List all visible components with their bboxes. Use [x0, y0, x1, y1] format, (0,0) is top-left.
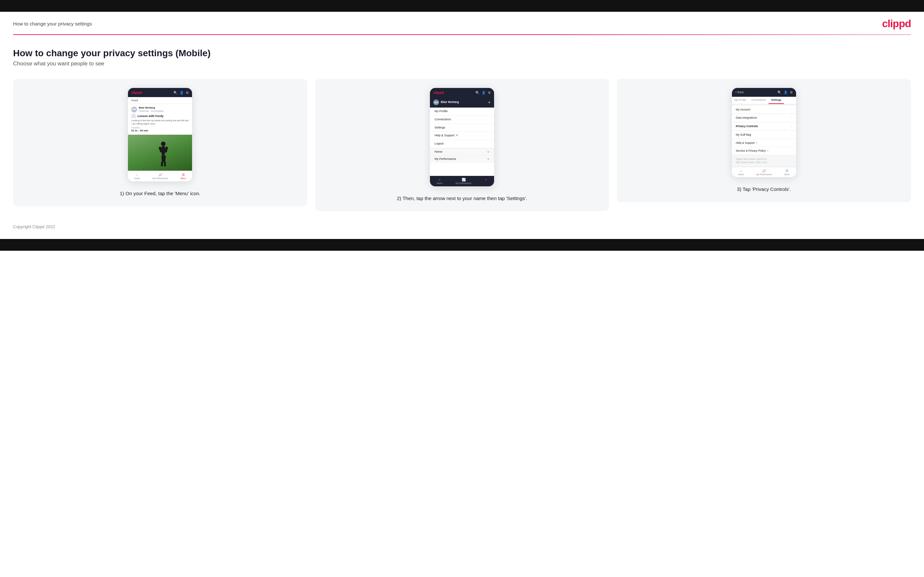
settings-icon: ⚙ — [186, 90, 189, 95]
feed-username: Blair McHarg — [139, 106, 163, 110]
menu-user-row: BM Blair McHarg ▲ — [430, 97, 494, 108]
tab-my-profile[interactable]: My Profile — [732, 97, 749, 104]
settings-tabs: My Profile Connections Settings — [732, 97, 796, 104]
steps-container: clippd 🔍 👤 ⚙ Feed BM Blair McHarg — [13, 79, 911, 211]
phone-mockup-2: clippd 🔍 👤 ⚙ BM Blair McHarg ▲ — [430, 88, 494, 186]
settings-item-privacy-controls[interactable]: Privacy Controls › — [732, 122, 796, 131]
menu-section-home: Home ∨ — [430, 148, 494, 156]
user-icon-2: 👤 — [481, 90, 486, 95]
page-subheading: Choose what you want people to see — [13, 60, 911, 67]
feed-post: BM Blair McHarg Yesterday · Sunningdale … — [128, 104, 192, 135]
step-caption-3: 3) Tap 'Privacy Controls'. — [737, 186, 791, 193]
home-icon-2: ⌂ — [438, 177, 440, 182]
phone-icons-3: 🔍 👤 ⚙ — [777, 90, 793, 95]
settings-back-bar: < Back 🔍 👤 ⚙ — [732, 88, 796, 97]
svg-rect-7 — [164, 162, 166, 166]
settings-item-help[interactable]: Help & Support ↗ — [732, 139, 796, 147]
settings-meta: Clippd Client Version: 2022.8.3-3 GQL Se… — [732, 155, 796, 167]
help-ext-icon: ↗ — [756, 142, 758, 145]
user-icon: 👤 — [179, 90, 184, 95]
performance-label-2: My Performance — [456, 182, 472, 185]
bottom-menu-3: ☰ Menu — [784, 169, 790, 176]
feed-user-row: BM Blair McHarg Yesterday · Sunningdale — [131, 106, 189, 113]
menu-user-avatar: BM — [433, 99, 439, 105]
page-heading: How to change your privacy settings (Mob… — [13, 48, 911, 58]
step-caption-1: 1) On your Feed, tap the 'Menu' icon. — [120, 190, 200, 197]
feed-avatar: BM — [131, 106, 137, 113]
menu-user-info: BM Blair McHarg — [433, 99, 459, 105]
step-caption-2: 2) Then, tap the arrow next to your name… — [397, 195, 527, 202]
header-title: How to change your privacy settings — [13, 21, 92, 26]
phone-topbar-2: clippd 🔍 👤 ⚙ — [430, 88, 494, 97]
phone-mockup-3: < Back 🔍 👤 ⚙ My Profile Connections Sett… — [732, 88, 796, 177]
logo: clippd — [882, 18, 911, 30]
phone-logo-2: clippd — [433, 90, 444, 95]
feed-duration-value: 01 hr : 30 min — [131, 129, 189, 132]
phone-bottombar-3: ⌂ Home 📈 My Performance ☰ Menu — [732, 167, 796, 177]
user-icon-3: 👤 — [783, 90, 788, 95]
bottom-performance-3: 📈 My Performance — [756, 169, 772, 176]
my-account-chevron: › — [791, 108, 792, 111]
search-icon-2: 🔍 — [475, 90, 479, 95]
feed-lesson-title: Lesson with Fordy — [137, 114, 163, 118]
menu-label-3: Menu — [784, 173, 790, 176]
settings-item-my-account[interactable]: My Account › — [732, 106, 796, 114]
back-label: < Back — [735, 90, 744, 94]
bottom-home-2: ⌂ Home — [436, 177, 442, 185]
bottom-home-1: ⌂ Home — [134, 172, 140, 180]
performance-icon-2: 📈 — [462, 177, 465, 182]
privacy-controls-chevron: › — [791, 124, 792, 129]
menu-item-help: Help & Support ↗ — [430, 132, 494, 140]
search-icon: 🔍 — [173, 90, 177, 95]
settings-icon-2: ⚙ — [488, 90, 491, 95]
phone-topbar-1: clippd 🔍 👤 ⚙ — [128, 88, 192, 97]
settings-item-data-integrations[interactable]: Data Integrations › — [732, 114, 796, 122]
menu-section-performance: My Performance ∨ — [430, 155, 494, 163]
performance-label-1: My Performance — [152, 177, 168, 180]
bottom-home-3: ⌂ Home — [738, 169, 744, 176]
footer: Copyright Clippd 2022 — [0, 218, 924, 239]
main-content: How to change your privacy settings (Mob… — [0, 35, 924, 218]
feed-label: Feed — [128, 97, 192, 104]
settings-item-golf-bag[interactable]: My Golf Bag › — [732, 131, 796, 139]
bottom-close-2: ✕ — [485, 177, 487, 185]
svg-rect-6 — [161, 162, 163, 166]
bottom-menu-1: ☰ Menu — [181, 172, 186, 180]
home-label-3: Home — [738, 173, 744, 176]
phone-logo-1: clippd — [131, 90, 142, 95]
phone-mockup-1: clippd 🔍 👤 ⚙ Feed BM Blair McHarg — [128, 88, 192, 181]
tab-settings[interactable]: Settings — [769, 97, 784, 104]
home-label-2: Home — [436, 182, 442, 185]
performance-icon-3: 📈 — [762, 169, 766, 173]
step-card-3: < Back 🔍 👤 ⚙ My Profile Connections Sett… — [617, 79, 911, 202]
settings-item-service-privacy[interactable]: Service & Privacy Policy ↗ — [732, 147, 796, 155]
home-icon-3: ⌂ — [740, 169, 742, 173]
step-card-2: clippd 🔍 👤 ⚙ BM Blair McHarg ▲ — [315, 79, 609, 211]
data-integrations-chevron: › — [791, 116, 792, 120]
menu-item-connections: Connections — [430, 116, 494, 124]
menu-label-1: Menu — [181, 177, 186, 180]
header: How to change your privacy settings clip… — [0, 12, 924, 34]
golf-image — [128, 135, 192, 171]
feed-date: Yesterday · Sunningdale — [139, 110, 163, 113]
performance-section-arrow: ∨ — [487, 157, 489, 161]
feed-lesson-desc: Looking to feel like my hands are exitin… — [131, 119, 189, 125]
settings-icon-3: ⚙ — [790, 90, 793, 95]
menu-item-logout: Logout — [430, 140, 494, 148]
home-icon-1: ⌂ — [136, 172, 138, 177]
close-icon-2: ✕ — [485, 177, 487, 182]
feed-duration-label: Duration — [131, 126, 189, 129]
phone-bottombar-2: ⌂ Home 📈 My Performance ✕ — [430, 176, 494, 186]
feed-lesson-icon — [131, 114, 136, 118]
bottom-bar — [0, 239, 924, 251]
tab-connections[interactable]: Connections — [749, 97, 768, 104]
bottom-performance-1: 📈 My Performance — [152, 172, 168, 180]
menu-icon-3: ☰ — [786, 169, 788, 173]
performance-label-3: My Performance — [756, 173, 772, 176]
phone-icons-2: 🔍 👤 ⚙ — [475, 90, 491, 95]
step-card-1: clippd 🔍 👤 ⚙ Feed BM Blair McHarg — [13, 79, 307, 206]
performance-icon-1: 📈 — [158, 172, 162, 177]
svg-point-0 — [161, 142, 166, 146]
bottom-performance-2: 📈 My Performance — [456, 177, 472, 185]
menu-item-settings: Settings — [430, 124, 494, 132]
